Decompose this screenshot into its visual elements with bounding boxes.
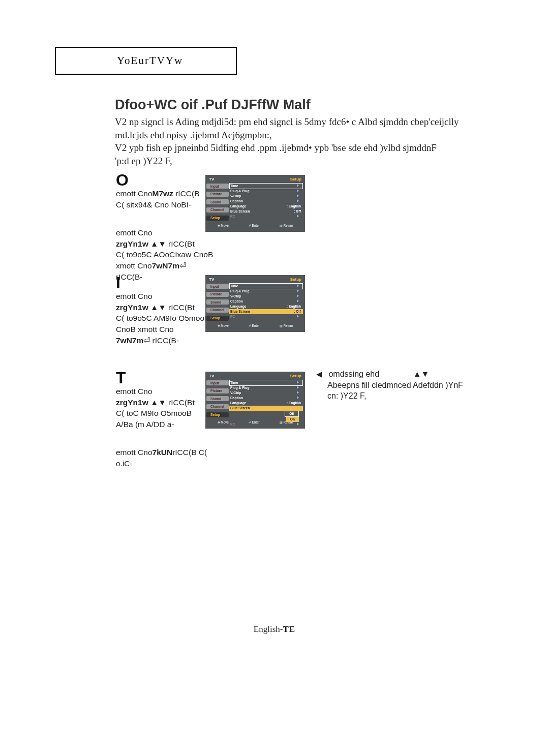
footnote-text-2: Abeepns fill cledmnced Adefddn )YnF cn: …: [327, 380, 464, 402]
footnote-arrow-left-icon: ◀: [316, 370, 322, 378]
body-text: V2 np signcl is Ading mdjdi5d: pm ehd si…: [115, 115, 461, 168]
osd-screenshot-1: TVSetup InputPictureSoundChannelSetup Ti…: [205, 175, 305, 232]
page-footer: English-TE: [0, 624, 549, 634]
osd-screenshot-3: TVSetup InputPictureSoundChannelSetup Ti…: [205, 372, 305, 429]
header-label: YoEurTVYw: [117, 54, 183, 67]
osd-screenshot-2: TVSetup InputPictureSoundChannelSetup Ti…: [205, 275, 305, 332]
footnote-updown-icon: ▲▼: [413, 370, 430, 378]
page-title: Dfoo+WC oif .Puf DJFffW Malf: [115, 97, 311, 113]
footnote: ◀ omdssing ehd ▲▼ Abeepns fill cledmnced…: [316, 369, 464, 402]
footer-page: TE: [283, 624, 295, 634]
header-box: YoEurTVYw: [55, 47, 237, 75]
footnote-text-1: omdssing ehd: [328, 370, 379, 378]
footer-lang: English-: [254, 624, 283, 634]
